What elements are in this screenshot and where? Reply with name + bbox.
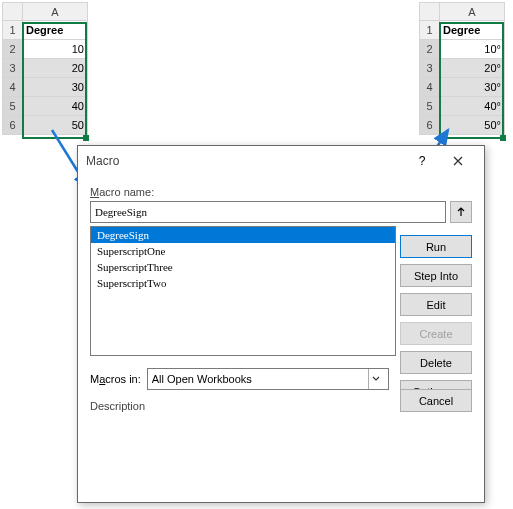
row-header[interactable]: 5 <box>420 97 440 116</box>
macros-in-value: All Open Workbooks <box>152 373 368 385</box>
macro-name-label: Macro name: <box>90 186 472 198</box>
macros-in-label: Macros in: <box>90 373 141 385</box>
macro-listbox[interactable]: DegreeSign SuperscriptOne SuperscriptThr… <box>90 226 396 356</box>
collapse-icon <box>456 207 466 217</box>
delete-button[interactable]: Delete <box>400 351 472 374</box>
row-header[interactable]: 1 <box>3 21 23 40</box>
row-header[interactable]: 6 <box>420 116 440 135</box>
spreadsheet-before: A 1 Degree 210 320 430 540 650 <box>2 2 88 135</box>
dialog-titlebar[interactable]: Macro ? <box>78 146 484 176</box>
cell[interactable]: 50° <box>440 116 505 135</box>
refedit-button[interactable] <box>450 201 472 223</box>
step-into-button[interactable]: Step Into <box>400 264 472 287</box>
spreadsheet-after: A 1 Degree 210° 320° 430° 540° 650° <box>419 2 505 135</box>
row-header[interactable]: 3 <box>420 59 440 78</box>
row-header[interactable]: 3 <box>3 59 23 78</box>
cell[interactable]: 10 <box>23 40 88 59</box>
list-item[interactable]: SuperscriptTwo <box>91 275 395 291</box>
row-header[interactable]: 1 <box>420 21 440 40</box>
list-item[interactable]: DegreeSign <box>91 227 395 243</box>
cell[interactable]: 50 <box>23 116 88 135</box>
close-button[interactable] <box>440 149 476 173</box>
macro-dialog: Macro ? Macro name: DegreeSign Superscri… <box>77 145 485 503</box>
cell-header[interactable]: Degree <box>23 21 88 40</box>
row-header[interactable]: 2 <box>420 40 440 59</box>
run-button[interactable]: Run <box>400 235 472 258</box>
cell[interactable]: 20° <box>440 59 505 78</box>
row-header[interactable]: 4 <box>3 78 23 97</box>
list-item[interactable]: SuperscriptOne <box>91 243 395 259</box>
cell[interactable]: 30 <box>23 78 88 97</box>
create-button: Create <box>400 322 472 345</box>
help-button[interactable]: ? <box>404 149 440 173</box>
row-header[interactable]: 4 <box>420 78 440 97</box>
col-header-a[interactable]: A <box>23 3 88 21</box>
col-header-a[interactable]: A <box>440 3 505 21</box>
cell[interactable]: 30° <box>440 78 505 97</box>
cell[interactable]: 40° <box>440 97 505 116</box>
close-icon <box>453 156 463 166</box>
cell[interactable]: 20 <box>23 59 88 78</box>
edit-button[interactable]: Edit <box>400 293 472 316</box>
cancel-button[interactable]: Cancel <box>400 389 472 412</box>
macro-name-input[interactable] <box>90 201 446 223</box>
list-item[interactable]: SuperscriptThree <box>91 259 395 275</box>
cell-header[interactable]: Degree <box>440 21 505 40</box>
dialog-title: Macro <box>86 154 404 168</box>
row-header[interactable]: 2 <box>3 40 23 59</box>
select-all-corner[interactable] <box>420 3 440 21</box>
chevron-down-icon <box>368 369 384 389</box>
cell[interactable]: 10° <box>440 40 505 59</box>
cell[interactable]: 40 <box>23 97 88 116</box>
select-all-corner[interactable] <box>3 3 23 21</box>
row-header[interactable]: 5 <box>3 97 23 116</box>
macros-in-combo[interactable]: All Open Workbooks <box>147 368 389 390</box>
row-header[interactable]: 6 <box>3 116 23 135</box>
